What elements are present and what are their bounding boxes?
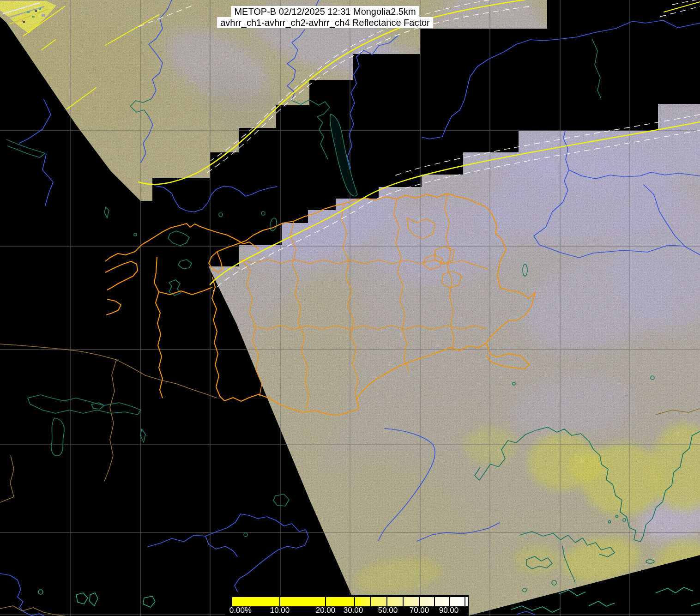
colorbar-legend: 0.00%10.0020.0030.0050.0070.0090.00 — [225, 595, 469, 616]
colorbar-divider — [279, 597, 280, 606]
colorbar-gradient — [232, 597, 468, 606]
colorbar-divider — [434, 597, 435, 606]
colorbar-divider — [325, 597, 326, 606]
colorbar-divider — [370, 597, 371, 606]
colorbar-divider — [465, 597, 465, 606]
colorbar-tick-label: 20.00 — [316, 606, 336, 615]
colorbar-tick-label: 10.00 — [270, 606, 290, 615]
colorbar-divider — [403, 597, 404, 606]
colorbar-divider — [354, 597, 355, 606]
swath-pass-main — [173, 102, 700, 616]
image-title: METOP-B 02/12/2025 12:31 Mongolia2.5km a… — [217, 6, 433, 28]
colorbar-divider — [419, 597, 420, 606]
colorbar-tick-label: 30.00 — [344, 606, 363, 615]
colorbar-divider — [449, 597, 450, 606]
colorbar-tick-label: 50.00 — [378, 606, 398, 615]
lake-baikal — [330, 114, 357, 196]
colorbar-tick-label: 0.00% — [229, 606, 252, 615]
colorbar-divider — [386, 597, 387, 606]
satellite-image-display: METOP-B 02/12/2025 12:31 Mongolia2.5km a… — [0, 0, 700, 616]
colorbar-tick-label: 70.00 — [410, 606, 429, 615]
title-line-2: avhrr_ch1-avhrr_ch2-avhrr_ch4 Reflectanc… — [217, 17, 433, 28]
title-line-1: METOP-B 02/12/2025 12:31 Mongolia2.5km — [231, 6, 419, 17]
colorbar-tick-label: 90.00 — [439, 606, 459, 615]
satellite-map — [0, 0, 700, 616]
